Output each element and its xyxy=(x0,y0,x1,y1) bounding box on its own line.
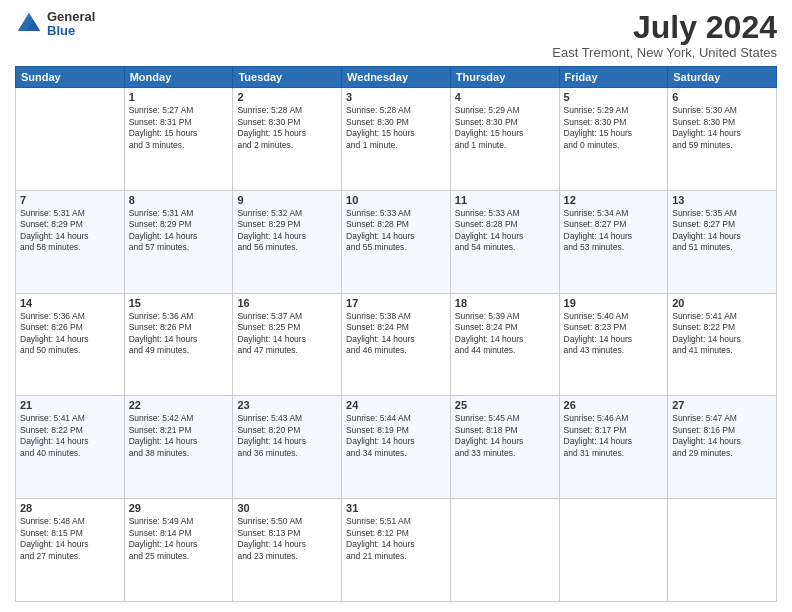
cell-content: Sunrise: 5:30 AMSunset: 8:30 PMDaylight:… xyxy=(672,105,772,151)
calendar-cell: 20Sunrise: 5:41 AMSunset: 8:22 PMDayligh… xyxy=(668,293,777,396)
day-number: 25 xyxy=(455,399,555,411)
day-number: 6 xyxy=(672,91,772,103)
calendar-cell: 23Sunrise: 5:43 AMSunset: 8:20 PMDayligh… xyxy=(233,396,342,499)
calendar-cell: 17Sunrise: 5:38 AMSunset: 8:24 PMDayligh… xyxy=(342,293,451,396)
calendar-cell: 10Sunrise: 5:33 AMSunset: 8:28 PMDayligh… xyxy=(342,190,451,293)
cell-content: Sunrise: 5:50 AMSunset: 8:13 PMDaylight:… xyxy=(237,516,337,562)
calendar-cell: 5Sunrise: 5:29 AMSunset: 8:30 PMDaylight… xyxy=(559,88,668,191)
cell-content: Sunrise: 5:43 AMSunset: 8:20 PMDaylight:… xyxy=(237,413,337,459)
calendar-cell: 12Sunrise: 5:34 AMSunset: 8:27 PMDayligh… xyxy=(559,190,668,293)
cell-content: Sunrise: 5:42 AMSunset: 8:21 PMDaylight:… xyxy=(129,413,229,459)
day-number: 17 xyxy=(346,297,446,309)
subtitle: East Tremont, New York, United States xyxy=(552,45,777,60)
day-number: 20 xyxy=(672,297,772,309)
cell-content: Sunrise: 5:28 AMSunset: 8:30 PMDaylight:… xyxy=(346,105,446,151)
calendar-week-5: 28Sunrise: 5:48 AMSunset: 8:15 PMDayligh… xyxy=(16,499,777,602)
cell-content: Sunrise: 5:31 AMSunset: 8:29 PMDaylight:… xyxy=(20,208,120,254)
logo-general-text: General xyxy=(47,10,95,24)
cell-content: Sunrise: 5:36 AMSunset: 8:26 PMDaylight:… xyxy=(129,311,229,357)
calendar-cell xyxy=(668,499,777,602)
day-number: 24 xyxy=(346,399,446,411)
day-number: 27 xyxy=(672,399,772,411)
cell-content: Sunrise: 5:33 AMSunset: 8:28 PMDaylight:… xyxy=(346,208,446,254)
day-number: 11 xyxy=(455,194,555,206)
calendar-cell: 15Sunrise: 5:36 AMSunset: 8:26 PMDayligh… xyxy=(124,293,233,396)
cell-content: Sunrise: 5:36 AMSunset: 8:26 PMDaylight:… xyxy=(20,311,120,357)
calendar-cell: 16Sunrise: 5:37 AMSunset: 8:25 PMDayligh… xyxy=(233,293,342,396)
cell-content: Sunrise: 5:29 AMSunset: 8:30 PMDaylight:… xyxy=(455,105,555,151)
cell-content: Sunrise: 5:27 AMSunset: 8:31 PMDaylight:… xyxy=(129,105,229,151)
logo-text: General Blue xyxy=(47,10,95,39)
calendar-cell: 26Sunrise: 5:46 AMSunset: 8:17 PMDayligh… xyxy=(559,396,668,499)
col-tuesday: Tuesday xyxy=(233,67,342,88)
cell-content: Sunrise: 5:45 AMSunset: 8:18 PMDaylight:… xyxy=(455,413,555,459)
day-number: 28 xyxy=(20,502,120,514)
col-thursday: Thursday xyxy=(450,67,559,88)
calendar-table: Sunday Monday Tuesday Wednesday Thursday… xyxy=(15,66,777,602)
calendar-cell: 31Sunrise: 5:51 AMSunset: 8:12 PMDayligh… xyxy=(342,499,451,602)
day-number: 10 xyxy=(346,194,446,206)
calendar-week-4: 21Sunrise: 5:41 AMSunset: 8:22 PMDayligh… xyxy=(16,396,777,499)
cell-content: Sunrise: 5:28 AMSunset: 8:30 PMDaylight:… xyxy=(237,105,337,151)
cell-content: Sunrise: 5:38 AMSunset: 8:24 PMDaylight:… xyxy=(346,311,446,357)
cell-content: Sunrise: 5:51 AMSunset: 8:12 PMDaylight:… xyxy=(346,516,446,562)
calendar-cell: 24Sunrise: 5:44 AMSunset: 8:19 PMDayligh… xyxy=(342,396,451,499)
cell-content: Sunrise: 5:33 AMSunset: 8:28 PMDaylight:… xyxy=(455,208,555,254)
calendar-cell: 1Sunrise: 5:27 AMSunset: 8:31 PMDaylight… xyxy=(124,88,233,191)
day-number: 21 xyxy=(20,399,120,411)
calendar-cell: 30Sunrise: 5:50 AMSunset: 8:13 PMDayligh… xyxy=(233,499,342,602)
calendar-cell xyxy=(16,88,125,191)
day-number: 30 xyxy=(237,502,337,514)
calendar-cell: 8Sunrise: 5:31 AMSunset: 8:29 PMDaylight… xyxy=(124,190,233,293)
day-number: 22 xyxy=(129,399,229,411)
calendar-cell: 19Sunrise: 5:40 AMSunset: 8:23 PMDayligh… xyxy=(559,293,668,396)
day-number: 23 xyxy=(237,399,337,411)
cell-content: Sunrise: 5:29 AMSunset: 8:30 PMDaylight:… xyxy=(564,105,664,151)
title-block: July 2024 East Tremont, New York, United… xyxy=(552,10,777,60)
cell-content: Sunrise: 5:41 AMSunset: 8:22 PMDaylight:… xyxy=(20,413,120,459)
calendar-cell: 11Sunrise: 5:33 AMSunset: 8:28 PMDayligh… xyxy=(450,190,559,293)
day-number: 9 xyxy=(237,194,337,206)
calendar-cell xyxy=(450,499,559,602)
calendar-week-2: 7Sunrise: 5:31 AMSunset: 8:29 PMDaylight… xyxy=(16,190,777,293)
page: General Blue July 2024 East Tremont, New… xyxy=(0,0,792,612)
calendar-cell: 9Sunrise: 5:32 AMSunset: 8:29 PMDaylight… xyxy=(233,190,342,293)
header: General Blue July 2024 East Tremont, New… xyxy=(15,10,777,60)
calendar-cell: 22Sunrise: 5:42 AMSunset: 8:21 PMDayligh… xyxy=(124,396,233,499)
col-sunday: Sunday xyxy=(16,67,125,88)
cell-content: Sunrise: 5:41 AMSunset: 8:22 PMDaylight:… xyxy=(672,311,772,357)
calendar-cell: 13Sunrise: 5:35 AMSunset: 8:27 PMDayligh… xyxy=(668,190,777,293)
day-number: 14 xyxy=(20,297,120,309)
cell-content: Sunrise: 5:31 AMSunset: 8:29 PMDaylight:… xyxy=(129,208,229,254)
day-number: 3 xyxy=(346,91,446,103)
day-number: 19 xyxy=(564,297,664,309)
day-number: 13 xyxy=(672,194,772,206)
calendar-cell: 27Sunrise: 5:47 AMSunset: 8:16 PMDayligh… xyxy=(668,396,777,499)
cell-content: Sunrise: 5:49 AMSunset: 8:14 PMDaylight:… xyxy=(129,516,229,562)
day-number: 16 xyxy=(237,297,337,309)
main-title: July 2024 xyxy=(552,10,777,45)
day-number: 18 xyxy=(455,297,555,309)
cell-content: Sunrise: 5:34 AMSunset: 8:27 PMDaylight:… xyxy=(564,208,664,254)
day-number: 4 xyxy=(455,91,555,103)
col-saturday: Saturday xyxy=(668,67,777,88)
calendar-cell: 25Sunrise: 5:45 AMSunset: 8:18 PMDayligh… xyxy=(450,396,559,499)
cell-content: Sunrise: 5:32 AMSunset: 8:29 PMDaylight:… xyxy=(237,208,337,254)
cell-content: Sunrise: 5:48 AMSunset: 8:15 PMDaylight:… xyxy=(20,516,120,562)
cell-content: Sunrise: 5:47 AMSunset: 8:16 PMDaylight:… xyxy=(672,413,772,459)
calendar-cell: 21Sunrise: 5:41 AMSunset: 8:22 PMDayligh… xyxy=(16,396,125,499)
calendar-cell xyxy=(559,499,668,602)
calendar-cell: 4Sunrise: 5:29 AMSunset: 8:30 PMDaylight… xyxy=(450,88,559,191)
calendar-header-row: Sunday Monday Tuesday Wednesday Thursday… xyxy=(16,67,777,88)
cell-content: Sunrise: 5:39 AMSunset: 8:24 PMDaylight:… xyxy=(455,311,555,357)
cell-content: Sunrise: 5:46 AMSunset: 8:17 PMDaylight:… xyxy=(564,413,664,459)
col-wednesday: Wednesday xyxy=(342,67,451,88)
day-number: 12 xyxy=(564,194,664,206)
calendar-cell: 3Sunrise: 5:28 AMSunset: 8:30 PMDaylight… xyxy=(342,88,451,191)
day-number: 15 xyxy=(129,297,229,309)
day-number: 1 xyxy=(129,91,229,103)
day-number: 7 xyxy=(20,194,120,206)
calendar-cell: 28Sunrise: 5:48 AMSunset: 8:15 PMDayligh… xyxy=(16,499,125,602)
calendar-cell: 14Sunrise: 5:36 AMSunset: 8:26 PMDayligh… xyxy=(16,293,125,396)
calendar-cell: 29Sunrise: 5:49 AMSunset: 8:14 PMDayligh… xyxy=(124,499,233,602)
